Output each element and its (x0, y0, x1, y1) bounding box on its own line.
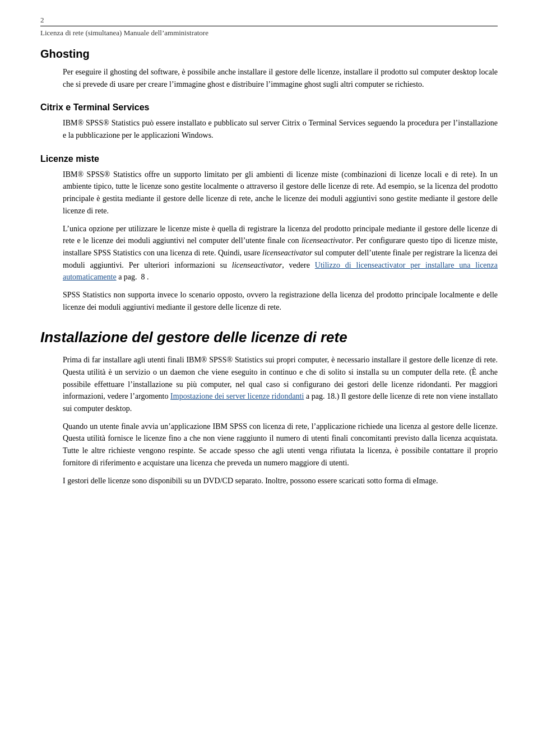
installazione-paragraph1: Prima di far installare agli utenti fina… (63, 354, 498, 414)
lm-p2-italic2: licenseactivator (262, 249, 312, 257)
installazione-heading: Installazione del gestore delle licenze … (40, 329, 498, 346)
citrix-section: Citrix e Terminal Services IBM® SPSS® St… (40, 102, 498, 141)
lm-p2-part4: , vedere (282, 261, 315, 269)
installazione-paragraph3: I gestori delle licenze sono disponibili… (63, 475, 498, 487)
installazione-section: Installazione del gestore delle licenze … (40, 329, 498, 487)
citrix-heading: Citrix e Terminal Services (40, 102, 498, 113)
lm-p2-part5: a pag. 8 . (117, 273, 149, 281)
ghosting-section: Ghosting Per eseguire il ghosting del so… (40, 48, 498, 90)
licenze-miste-paragraph1: IBM® SPSS® Statistics offre un supporto … (63, 169, 498, 217)
licenze-miste-paragraph2: L’unica opzione per utilizzare le licenz… (63, 223, 498, 283)
citrix-paragraph: IBM® SPSS® Statistics può essere install… (63, 117, 498, 141)
lm-p2-italic3: licenseactivator (232, 261, 282, 269)
server-licenze-ridondanti-link[interactable]: Impostazione dei server licenze ridondan… (170, 392, 304, 400)
licenze-miste-section: Licenze miste IBM® SPSS® Statistics offr… (40, 154, 498, 314)
licenze-miste-heading: Licenze miste (40, 154, 498, 164)
header-subtitle: Licenza di rete (simultanea) Manuale del… (40, 29, 208, 37)
ghosting-paragraph: Per eseguire il ghosting del software, è… (63, 66, 498, 90)
page-number: 2 (40, 16, 498, 25)
lm-p2-italic1: licenseactivator (302, 236, 351, 245)
ghosting-heading: Ghosting (40, 48, 498, 60)
licenze-miste-paragraph3: SPSS Statistics non supporta invece lo s… (63, 289, 498, 313)
installazione-paragraph2: Quando un utente finale avvia un’applica… (63, 421, 498, 469)
